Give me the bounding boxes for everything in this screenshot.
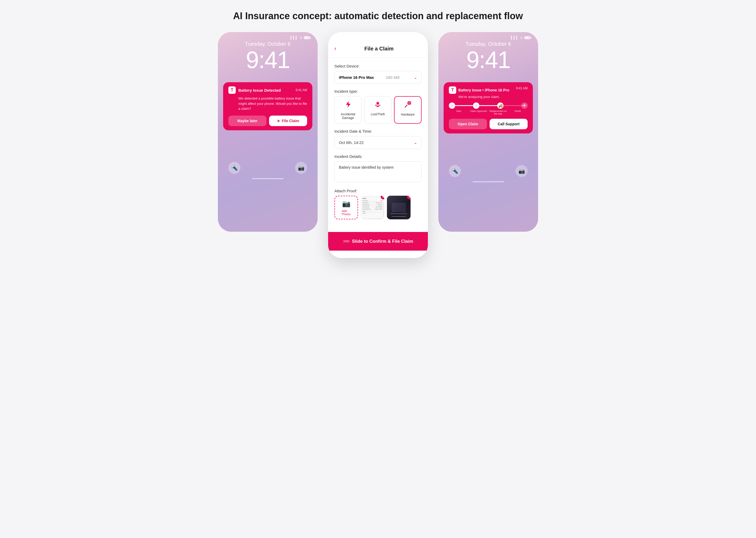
left-phone-bottom: 🔦 📷: [218, 157, 318, 178]
hardware-label: Hardware: [397, 113, 418, 116]
screenshot-thumbnail: About iOS Version18.0 Model NameiPhone 1…: [361, 196, 384, 219]
progress-dot-finish: 👁: [521, 102, 528, 109]
battery-icon: [304, 36, 310, 39]
date-dropdown-arrow: ⌄: [414, 140, 417, 145]
t-mobile-logo: T: [228, 86, 236, 94]
photo-thumb-2: ✕: [387, 196, 410, 219]
right-notif-title: Battery Issue • iPhone 16 Pro: [458, 88, 516, 92]
slide-arrows-icon: >>>: [343, 238, 349, 244]
accidental-icon: [337, 100, 358, 110]
claim-header: ‹ File a Claim: [328, 32, 428, 58]
progress-labels: Start Claim Approved Replacement on the …: [449, 110, 528, 115]
photo-thumb-1: About iOS Version18.0 Model NameiPhone 1…: [361, 196, 384, 219]
phones-container: ▎▎▎ ⊙ Tuesday, October 6 9:41 T Battery …: [16, 32, 740, 258]
right-date: Tuesday, October 6: [446, 41, 530, 47]
lost-label: Lost/Theft: [367, 112, 388, 116]
right-home-indicator: [473, 181, 504, 182]
add-photos-label: AddPhotos: [342, 209, 351, 216]
right-phone-bottom: 🔦 📷: [438, 160, 538, 181]
left-notif-title-row: T Battery Issue Detected: [228, 86, 281, 94]
left-notification-card: T Battery Issue Detected 9:41 AM We dete…: [223, 82, 312, 130]
svg-point-0: [376, 102, 379, 105]
middle-phone: ‹ File a Claim Select Device: iPhone 16 …: [328, 32, 428, 258]
right-notification-card: T Battery Issue • iPhone 16 Pro 9:41 AM …: [444, 82, 533, 134]
svg-point-3: [376, 105, 377, 106]
right-notif-header: T Battery Issue • iPhone 16 Pro 9:41 AM: [449, 86, 528, 94]
lost-icon: [367, 100, 388, 110]
claim-title: File a Claim: [336, 46, 422, 52]
date-label: Incident Date & Time:: [334, 129, 422, 134]
left-date: Tuesday, October 6: [226, 41, 310, 47]
right-status-icons: ▎▎▎ ⊙: [511, 36, 530, 40]
left-home-indicator: [252, 178, 283, 179]
svg-rect-5: [377, 106, 379, 107]
incident-types: AccidentalDamage Lost/Theft: [334, 96, 422, 124]
left-notif-time: 9:41 AM: [296, 88, 307, 92]
open-claim-button[interactable]: Open Claim: [449, 119, 487, 129]
left-status-bar: ▎▎▎ ⊙: [218, 32, 318, 36]
add-photos-button[interactable]: 📷 AddPhotos: [334, 196, 358, 219]
right-wifi-icon: ⊙: [520, 36, 523, 40]
left-time: 9:41: [226, 48, 310, 72]
left-notif-body: We detected a possible battery issue tha…: [228, 96, 307, 111]
left-lock-screen: Tuesday, October 6 9:41: [218, 36, 318, 77]
left-status-icons: ▎▎▎ ⊙: [291, 36, 310, 40]
right-notif-time: 9:41 AM: [516, 86, 528, 90]
details-label: Incident Details:: [334, 154, 422, 159]
label-approved: Claim Approved: [469, 110, 488, 115]
accidental-label: AccidentalDamage: [337, 112, 358, 120]
progress-dot-replacement: 🚚: [497, 102, 503, 109]
right-notif-title-row: T Battery Issue • iPhone 16 Pro: [449, 86, 516, 94]
progress-dots: ✓ ✓ 🚚 👁: [449, 102, 528, 109]
device-selector[interactable]: iPhone 16 Pro Max UID-345 ⌄: [334, 71, 422, 84]
progress-dot-approved: ✓: [473, 102, 479, 109]
right-phone: ▎▎▎ ⊙ Tuesday, October 6 9:41 T Battery …: [438, 32, 538, 232]
send-icon: ➤: [277, 119, 280, 123]
right-flashlight-icon[interactable]: 🔦: [449, 165, 461, 177]
middle-home-indicator: [362, 254, 394, 255]
camera-icon[interactable]: 📷: [295, 162, 307, 174]
device-dropdown-arrow: ⌄: [414, 75, 417, 80]
progress-dot-start: ✓: [449, 102, 455, 109]
signal-icon: ▎▎▎: [291, 36, 299, 40]
incident-type-lost[interactable]: Lost/Theft: [364, 96, 391, 124]
device-photo-thumbnail: [387, 196, 410, 219]
left-notif-buttons: Maybe later ➤ File Claim: [228, 116, 307, 126]
left-phone: ▎▎▎ ⊙ Tuesday, October 6 9:41 T Battery …: [218, 32, 318, 232]
label-finish: Finish: [508, 110, 528, 115]
date-value: Oct 6th, 14:22: [339, 140, 363, 145]
svg-point-4: [379, 105, 380, 106]
right-camera-icon[interactable]: 📷: [516, 165, 528, 177]
date-selector[interactable]: Oct 6th, 14:22 ⌄: [334, 136, 422, 149]
attach-label: Attach Proof:: [334, 188, 422, 193]
maybe-later-button[interactable]: Maybe later: [228, 116, 266, 126]
camera-add-icon: 📷: [342, 200, 351, 208]
incident-type-label: Incident type:: [334, 89, 422, 93]
device-name: iPhone 16 Pro Max: [339, 75, 374, 80]
right-notif-subtitle: We're analyzing your claim.: [449, 95, 528, 99]
progress-track: ✓ ✓ 🚚 👁: [449, 102, 528, 109]
hardware-icon: [397, 100, 418, 111]
label-replacement: Replacement on the way: [488, 110, 508, 115]
right-time: 9:41: [446, 48, 530, 72]
attach-row: 📷 AddPhotos About iOS Version18.0 Model …: [334, 196, 422, 219]
left-notif-title: Battery Issue Detected: [238, 88, 281, 92]
right-battery-icon: [525, 36, 530, 39]
left-notif-header: T Battery Issue Detected 9:41 AM: [228, 86, 307, 94]
incident-type-hardware[interactable]: Hardware: [394, 96, 422, 124]
file-claim-button[interactable]: ➤ File Claim: [269, 116, 307, 126]
flashlight-icon[interactable]: 🔦: [228, 162, 240, 174]
label-start: Start: [449, 110, 469, 115]
back-button[interactable]: ‹: [334, 45, 336, 52]
claim-body: Select Device: iPhone 16 Pro Max UID-345…: [328, 58, 428, 232]
claim-progress: ✓ ✓ 🚚 👁 Start Claim Approved Replacement…: [449, 102, 528, 119]
incident-type-accidental[interactable]: AccidentalDamage: [334, 96, 361, 124]
right-t-mobile-logo: T: [449, 86, 456, 94]
slide-confirm-button[interactable]: >>> Slide to Confirm & File Claim: [328, 232, 428, 250]
right-status-bar: ▎▎▎ ⊙: [438, 32, 538, 36]
device-label: Select Device:: [334, 64, 422, 68]
slide-text: Slide to Confirm & File Claim: [352, 239, 413, 244]
device-uid: UID-345: [386, 76, 400, 80]
call-support-button[interactable]: Call Support: [490, 119, 528, 129]
details-textarea[interactable]: Battery Issue identified by system: [334, 161, 422, 182]
